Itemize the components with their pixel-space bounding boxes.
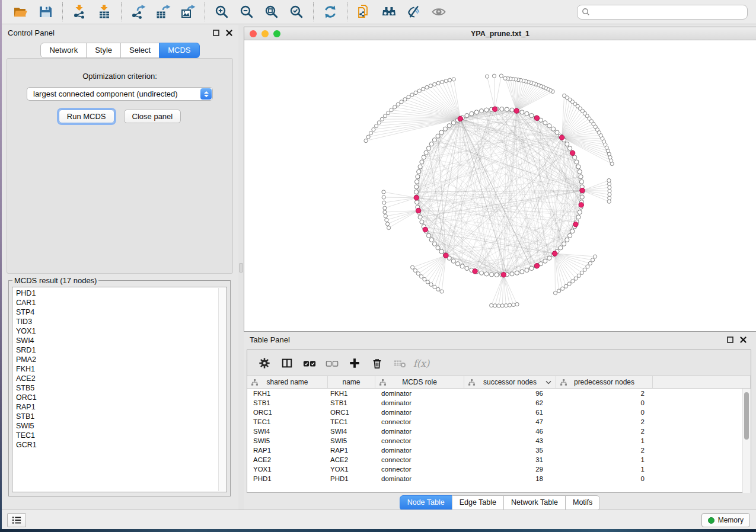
network-hub-node[interactable] <box>534 116 539 120</box>
network-node[interactable] <box>414 190 418 194</box>
add-column-button[interactable] <box>343 352 366 374</box>
network-node[interactable] <box>484 108 489 112</box>
network-node[interactable] <box>567 146 572 150</box>
network-node[interactable] <box>432 242 436 246</box>
network-node[interactable] <box>465 113 469 117</box>
network-node[interactable] <box>479 109 483 113</box>
network-node[interactable] <box>510 272 514 276</box>
network-node[interactable] <box>520 110 524 114</box>
network-node[interactable] <box>470 111 474 116</box>
network-node[interactable] <box>436 81 440 85</box>
mcds-result-item[interactable]: PMA2 <box>16 355 217 364</box>
select-all-rows-button[interactable] <box>298 352 321 374</box>
network-node[interactable] <box>410 93 414 97</box>
network-node[interactable] <box>577 274 580 277</box>
network-node[interactable] <box>383 114 387 118</box>
network-node[interactable] <box>384 214 387 218</box>
network-node[interactable] <box>429 142 433 146</box>
network-node[interactable] <box>426 146 430 150</box>
mcds-result-item[interactable]: STP4 <box>16 307 217 317</box>
network-node[interactable] <box>419 275 423 278</box>
network-node[interactable] <box>418 215 422 219</box>
network-node[interactable] <box>382 190 385 194</box>
mcds-result-item[interactable]: FKH1 <box>16 364 217 374</box>
network-node[interactable] <box>563 94 566 97</box>
network-node[interactable] <box>420 160 424 164</box>
network-hub-node[interactable] <box>423 227 428 232</box>
close-icon[interactable] <box>740 336 747 343</box>
tab-network-table[interactable]: Network Table <box>503 495 566 511</box>
table-row[interactable]: YOX1YOX1connector291 <box>247 464 751 474</box>
network-node[interactable] <box>417 169 421 174</box>
mcds-result-item[interactable]: STB1 <box>16 412 217 421</box>
eye-slash-button[interactable] <box>401 1 426 23</box>
network-node[interactable] <box>447 124 451 128</box>
network-node[interactable] <box>504 304 508 307</box>
export-network-button[interactable] <box>126 1 151 23</box>
network-node[interactable] <box>586 265 589 268</box>
network-node[interactable] <box>607 178 611 182</box>
network-node[interactable] <box>382 201 386 204</box>
network-node[interactable] <box>390 108 393 112</box>
network-node[interactable] <box>407 95 410 99</box>
memory-button[interactable]: Memory <box>701 513 750 527</box>
close-panel-button[interactable]: Close panel <box>124 110 181 123</box>
network-node[interactable] <box>500 107 504 111</box>
network-node[interactable] <box>416 272 420 275</box>
tab-select[interactable]: Select <box>120 43 160 58</box>
network-node[interactable] <box>543 121 547 125</box>
network-node[interactable] <box>575 160 579 164</box>
network-node[interactable] <box>366 135 370 139</box>
network-node[interactable] <box>422 155 426 159</box>
close-icon[interactable] <box>226 30 232 36</box>
network-node[interactable] <box>562 242 566 246</box>
mcds-result-item[interactable]: SWI5 <box>16 421 217 431</box>
network-node[interactable] <box>571 280 575 283</box>
zoom-in-button[interactable] <box>209 1 234 23</box>
network-canvas[interactable] <box>244 40 755 331</box>
network-node[interactable] <box>543 259 547 263</box>
network-node[interactable] <box>439 130 444 134</box>
network-node[interactable] <box>414 185 419 189</box>
network-node[interactable] <box>441 80 444 84</box>
network-node[interactable] <box>432 138 436 142</box>
network-node[interactable] <box>377 121 381 124</box>
network-node[interactable] <box>420 220 424 224</box>
network-hub-node[interactable] <box>559 135 564 140</box>
network-node[interactable] <box>573 155 577 159</box>
mcds-result-item[interactable]: SRD1 <box>16 345 217 355</box>
network-node[interactable] <box>465 266 469 270</box>
network-hub-node[interactable] <box>579 203 583 207</box>
network-node[interactable] <box>607 182 611 185</box>
network-node[interactable] <box>608 196 611 200</box>
network-node[interactable] <box>579 175 583 179</box>
network-node[interactable] <box>576 215 580 219</box>
network-node[interactable] <box>583 268 586 271</box>
network-node[interactable] <box>383 210 387 214</box>
mcds-result-item[interactable]: PHD1 <box>16 289 217 298</box>
function-builder-button[interactable]: f(x) <box>411 352 433 374</box>
show-panels-button[interactable] <box>7 513 26 527</box>
tab-edge-table[interactable]: Edge Table <box>452 495 504 511</box>
tab-motifs[interactable]: Motifs <box>565 495 600 511</box>
mcds-result-item[interactable]: YOX1 <box>16 326 217 336</box>
split-pane-grip[interactable] <box>239 263 243 273</box>
network-node[interactable] <box>580 195 584 199</box>
network-hub-node[interactable] <box>573 222 578 227</box>
network-node[interactable] <box>503 76 507 80</box>
network-node[interactable] <box>421 87 425 91</box>
network-node[interactable] <box>515 303 519 306</box>
network-node[interactable] <box>499 74 503 78</box>
network-hub-node[interactable] <box>580 188 585 193</box>
list-scrollbar[interactable] <box>218 288 226 491</box>
network-node[interactable] <box>555 130 559 134</box>
column-header-shared-name[interactable]: shared name <box>247 376 328 388</box>
mcds-result-item[interactable]: ACE2 <box>16 374 217 383</box>
network-node[interactable] <box>444 79 448 83</box>
network-node[interactable] <box>484 272 489 276</box>
mcds-result-item[interactable]: CAR1 <box>16 298 217 307</box>
network-node[interactable] <box>436 246 440 250</box>
network-node[interactable] <box>425 85 429 89</box>
network-node[interactable] <box>416 175 420 179</box>
network-node[interactable] <box>474 110 479 114</box>
